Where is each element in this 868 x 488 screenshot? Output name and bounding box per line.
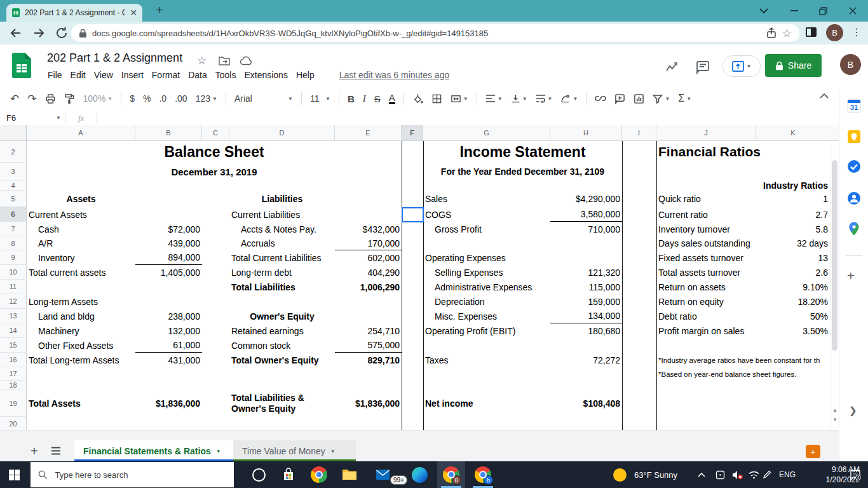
forward-icon[interactable] xyxy=(32,26,46,40)
cell-common-stock-label[interactable]: Common stock xyxy=(229,338,335,353)
contacts-icon[interactable] xyxy=(846,191,862,206)
vertical-align-button[interactable]: ▼ xyxy=(511,94,527,104)
cell-liabilities-header[interactable]: Liabilities xyxy=(229,191,335,207)
cell-current-assets[interactable]: Current Assets xyxy=(27,207,135,222)
cell-cash-value[interactable]: $72,000 xyxy=(135,222,202,236)
col-header-g[interactable]: G xyxy=(423,125,550,140)
new-tab-button[interactable]: + xyxy=(151,2,168,18)
restore-button[interactable] xyxy=(809,0,837,22)
menu-view[interactable]: View xyxy=(94,70,113,80)
tab-menu-caret-icon[interactable]: ▼ xyxy=(330,449,336,454)
calendar-icon[interactable]: 31 xyxy=(846,98,862,114)
text-color-button[interactable]: A xyxy=(389,93,395,104)
wifi-icon[interactable] xyxy=(749,461,759,488)
horizontal-align-button[interactable]: ▼ xyxy=(485,94,503,103)
cell-current-liabilities[interactable]: Current Liabilities xyxy=(229,207,335,222)
cell-ratio-label[interactable]: Fixed assets turnover xyxy=(656,250,756,265)
cell-opex-header[interactable]: Operating Expenses xyxy=(423,250,550,265)
cell-ratio-label[interactable]: Profit margin on sales xyxy=(656,323,756,338)
row-header-2[interactable]: 2 xyxy=(0,141,27,163)
cell-ratio-label[interactable]: Return on assets xyxy=(656,280,756,294)
edge-button[interactable] xyxy=(405,461,433,488)
present-button[interactable]: ▼ xyxy=(722,55,761,77)
reload-icon[interactable] xyxy=(55,26,69,40)
col-header-e[interactable]: E xyxy=(335,125,402,140)
tray-app-icon[interactable] xyxy=(715,461,725,488)
cell-inventory-label[interactable]: Inventory xyxy=(27,250,135,265)
tab-search-icon[interactable] xyxy=(750,0,778,22)
italic-button[interactable]: I xyxy=(363,93,366,104)
row-header-8[interactable]: 8 xyxy=(0,236,27,250)
insert-chart-icon[interactable] xyxy=(634,93,644,104)
start-button[interactable] xyxy=(0,461,28,488)
cell-ratio-value[interactable]: 2.7 xyxy=(756,207,830,222)
row-header-19[interactable]: 19 xyxy=(0,390,27,417)
cell-financial-ratios-title[interactable]: Financial Ratios xyxy=(656,141,830,163)
pen-icon[interactable] xyxy=(763,461,771,488)
col-header-c[interactable]: C xyxy=(202,125,229,140)
row-header-9[interactable]: 9 xyxy=(0,250,27,265)
col-header-h[interactable]: H xyxy=(550,125,622,140)
menu-insert[interactable]: Insert xyxy=(121,70,144,80)
close-button[interactable] xyxy=(839,0,867,22)
chrome-profile-2-button[interactable]: b xyxy=(469,461,497,488)
microsoft-store-button[interactable] xyxy=(275,461,302,488)
cell-admin-label[interactable]: Administrative Expenses xyxy=(423,280,550,294)
cell-ltd-value[interactable]: 404,290 xyxy=(335,265,402,280)
name-box[interactable]: F6 ▼ xyxy=(0,113,61,123)
increase-decimal-button[interactable]: .00 xyxy=(175,93,187,104)
row-header-15[interactable]: 15 xyxy=(0,338,27,353)
col-header-j[interactable]: J xyxy=(656,125,756,140)
filter-button[interactable]: ▼ xyxy=(653,94,670,104)
text-rotation-button[interactable]: ▼ xyxy=(560,94,578,104)
cell-cash-label[interactable]: Cash xyxy=(27,222,135,236)
col-header-f[interactable]: F xyxy=(402,125,423,140)
row-header-4[interactable]: 4 xyxy=(0,180,27,191)
sheets-logo-icon[interactable] xyxy=(12,53,31,78)
row-header-13[interactable]: 13 xyxy=(0,309,27,323)
vertical-scrollbar-thumb[interactable] xyxy=(832,160,837,351)
cell-industry-ratios-header[interactable]: Industry Ratios xyxy=(656,180,830,191)
font-size-select[interactable]: 11▼ xyxy=(310,93,330,104)
last-edit-link[interactable]: Last edit was 6 minutes ago xyxy=(339,70,450,80)
url-bar[interactable]: docs.google.com/spreadsheets/d/1HAxrOkbV… xyxy=(71,24,799,42)
cell-balance-sheet-title[interactable]: Balance Sheet xyxy=(27,141,402,163)
account-avatar[interactable]: B xyxy=(840,54,861,75)
document-title[interactable]: 202 Part 1 & 2 Assignment xyxy=(47,51,182,65)
share-page-icon[interactable] xyxy=(766,27,777,39)
comment-history-icon[interactable] xyxy=(695,60,710,75)
get-addons-icon[interactable]: + xyxy=(847,269,855,283)
cell-land-label[interactable]: Land and bldg xyxy=(27,309,135,323)
version-history-icon[interactable] xyxy=(665,60,680,75)
redo-icon[interactable]: ↷ xyxy=(27,92,36,105)
row-header-20[interactable]: 20 xyxy=(0,417,27,431)
side-panel-toggle-icon[interactable] xyxy=(806,27,817,37)
row-header-17[interactable]: 17 xyxy=(0,367,27,381)
cell-total-longterm-value[interactable]: 431,000 xyxy=(135,353,202,367)
cell-ratio-value[interactable]: 50% xyxy=(756,309,830,323)
weather-widget[interactable] xyxy=(613,461,627,488)
cell-ratio-value[interactable]: 1 xyxy=(756,191,830,207)
row-header-16[interactable]: 16 xyxy=(0,353,27,367)
taskbar-search[interactable] xyxy=(31,462,234,487)
cell-tcl-label[interactable]: Total Current Liabilities xyxy=(229,250,335,265)
row-header-7[interactable]: 7 xyxy=(0,222,27,236)
col-header-k[interactable]: K xyxy=(756,125,830,140)
fill-color-icon[interactable] xyxy=(412,93,423,104)
font-select[interactable]: Arial▼ xyxy=(234,93,293,104)
row-header-5[interactable]: 5 xyxy=(0,191,27,207)
tab-close-icon[interactable]: ✕ xyxy=(130,8,137,18)
functions-button[interactable]: Σ▼ xyxy=(678,93,691,104)
row-header-11[interactable]: 11 xyxy=(0,280,27,294)
cell-tcl-value[interactable]: 602,000 xyxy=(335,250,402,265)
cell-industry-note-1[interactable]: *Industry average ratios have been const… xyxy=(656,353,830,367)
insert-link-icon[interactable] xyxy=(595,93,606,104)
cell-ar-label[interactable]: A/R xyxy=(27,236,135,250)
col-header-i[interactable]: I xyxy=(622,125,656,140)
row-header-10[interactable]: 10 xyxy=(0,265,27,280)
chrome-taskbar-button[interactable] xyxy=(305,461,333,488)
minimize-button[interactable] xyxy=(780,0,808,22)
insert-comment-icon[interactable] xyxy=(614,93,625,104)
cell-ratio-value[interactable]: 5.8 xyxy=(756,222,830,236)
menu-help[interactable]: Help xyxy=(296,70,315,80)
